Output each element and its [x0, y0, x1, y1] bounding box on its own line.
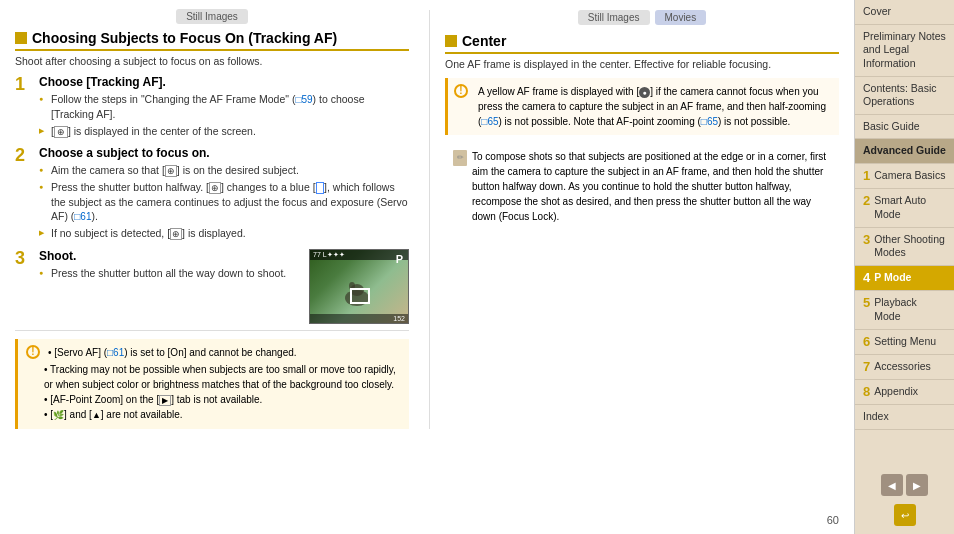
still-images-badge: Still Images — [176, 9, 248, 24]
sidebar-item-cover[interactable]: Cover — [855, 0, 954, 25]
nav-next-button[interactable]: ▶ — [906, 474, 928, 496]
sidebar-item-preliminary[interactable]: Preliminary Notes and Legal Information — [855, 25, 954, 77]
step-1-content: Choose [Tracking AF]. Follow the steps i… — [39, 75, 409, 140]
warning-box: ! • [Servo AF] (□61) is set to [On] and … — [15, 339, 409, 429]
step-2-number: 2 — [15, 146, 31, 243]
step-3-title: Shoot. — [39, 249, 301, 263]
step-1-bullet-1: Follow the steps in "Changing the AF Fra… — [39, 92, 409, 122]
step-2-arrow-1: If no subject is detected, [⊕] is displa… — [39, 226, 409, 241]
left-section-title: Choosing Subjects to Focus On (Tracking … — [15, 30, 409, 51]
sidebar: Cover Preliminary Notes and Legal Inform… — [854, 0, 954, 534]
warning-item-3: • [AF-Point Zoom] on the [▶] tab is not … — [44, 392, 401, 407]
step-3-content: Shoot. Press the shutter button all the … — [39, 249, 301, 283]
sidebar-num-8: 8 — [863, 385, 870, 399]
nav-prev-button[interactable]: ◀ — [881, 474, 903, 496]
sidebar-item-other-shooting[interactable]: 3 Other Shooting Modes — [855, 228, 954, 266]
camera-preview: 77 L✦✦✦ P — [309, 249, 409, 324]
sidebar-item-playback[interactable]: 5 Playback Mode — [855, 291, 954, 329]
sidebar-num-7: 7 — [863, 360, 870, 374]
sidebar-num-6: 6 — [863, 335, 870, 349]
sidebar-spacer — [855, 430, 954, 466]
sidebar-item-smart-auto[interactable]: 2 Smart Auto Mode — [855, 189, 954, 227]
right-section-description: One AF frame is displayed in the center.… — [445, 58, 839, 70]
sidebar-num-1: 1 — [863, 169, 870, 183]
left-column: Still Images Choosing Subjects to Focus … — [15, 10, 409, 429]
step-2-bullet-2: Press the shutter button halfway. [⊕] ch… — [39, 180, 409, 224]
step-3-with-image: 3 Shoot. Press the shutter button all th… — [15, 249, 409, 324]
warning-list: • Tracking may not be possible when subj… — [26, 362, 401, 423]
nav-buttons: ◀ ▶ — [855, 466, 954, 504]
nav-home-container: ↩ — [855, 504, 954, 534]
right-note-box: ✏ To compose shots so that subjects are … — [445, 143, 839, 230]
camera-bottom-bar: 152 — [310, 314, 408, 323]
step-1-title: Choose [Tracking AF]. — [39, 75, 409, 89]
page-number: 60 — [827, 514, 839, 526]
sidebar-num-2: 2 — [863, 194, 870, 208]
warning-row-1: ! • [Servo AF] (□61) is set to [On] and … — [26, 345, 401, 360]
step-2-content: Choose a subject to focus on. Aim the ca… — [39, 146, 409, 243]
camera-overlay-bar: 77 L✦✦✦ — [310, 250, 408, 260]
step-1-number: 1 — [15, 75, 31, 140]
sidebar-item-contents[interactable]: Contents: Basic Operations — [855, 77, 954, 115]
sidebar-item-appendix[interactable]: 8 Appendix — [855, 380, 954, 405]
step-2-bullet-1: Aim the camera so that [⊕] is on the des… — [39, 163, 409, 178]
warning-item-4: • [🌿] and [▲] are not available. — [44, 407, 401, 423]
sidebar-item-index[interactable]: Index — [855, 405, 954, 430]
sidebar-num-4: 4 — [863, 271, 870, 285]
step-3-container: 3 Shoot. Press the shutter button all th… — [15, 249, 301, 324]
nav-home-button[interactable]: ↩ — [894, 504, 916, 526]
main-content: Still Images Choosing Subjects to Focus … — [0, 0, 854, 534]
divider — [15, 330, 409, 331]
right-section-icon — [445, 35, 457, 47]
camera-preview-inner: 77 L✦✦✦ P — [310, 250, 408, 323]
sidebar-num-5: 5 — [863, 296, 870, 310]
sidebar-num-3: 3 — [863, 233, 870, 247]
sidebar-item-basic-guide[interactable]: Basic Guide — [855, 115, 954, 140]
note-icon: ✏ — [453, 150, 467, 166]
steps-container: 1 Choose [Tracking AF]. Follow the steps… — [15, 75, 409, 324]
right-column: Still Images Movies Center One AF frame … — [429, 10, 839, 429]
sidebar-item-advanced-guide[interactable]: Advanced Guide — [855, 139, 954, 164]
sidebar-item-camera-basics[interactable]: 1 Camera Basics — [855, 164, 954, 189]
warning-icon: ! — [26, 345, 40, 359]
left-section-subtitle: Shoot after choosing a subject to focus … — [15, 55, 409, 67]
sidebar-item-setting-menu[interactable]: 6 Setting Menu — [855, 330, 954, 355]
tracking-box — [350, 288, 370, 304]
step-3-number: 3 — [15, 249, 31, 283]
right-movies-badge: Movies — [655, 10, 707, 25]
p-indicator: P — [396, 253, 403, 265]
warning-text-1: • [Servo AF] (□61) is set to [On] and ca… — [48, 345, 297, 360]
step-2-title: Choose a subject to focus on. — [39, 146, 409, 160]
sidebar-item-p-mode[interactable]: 4 P Mode — [855, 266, 954, 291]
step-2: 2 Choose a subject to focus on. Aim the … — [15, 146, 409, 243]
right-section-title: Center — [445, 33, 839, 54]
step-3-bullet-1: Press the shutter button all the way dow… — [39, 266, 301, 281]
right-warning-text: A yellow AF frame is displayed with [●] … — [478, 84, 833, 129]
step-1-arrow-1: [⊕] is displayed in the center of the sc… — [39, 124, 409, 139]
still-images-bar: Still Images — [15, 10, 409, 22]
still-images-movies-bar: Still Images Movies — [445, 10, 839, 25]
section-icon — [15, 32, 27, 44]
warning-item-2: • Tracking may not be possible when subj… — [44, 362, 401, 392]
content-with-image: 1 Choose [Tracking AF]. Follow the steps… — [15, 75, 409, 324]
step-1: 1 Choose [Tracking AF]. Follow the steps… — [15, 75, 409, 140]
right-still-images-badge: Still Images — [578, 10, 650, 25]
right-note-text: To compose shots so that subjects are po… — [472, 149, 831, 224]
right-warning-icon: ! — [454, 84, 468, 98]
right-warning-box: ! A yellow AF frame is displayed with [●… — [445, 78, 839, 135]
sidebar-item-accessories[interactable]: 7 Accessories — [855, 355, 954, 380]
step-3: 3 Shoot. Press the shutter button all th… — [15, 249, 301, 283]
